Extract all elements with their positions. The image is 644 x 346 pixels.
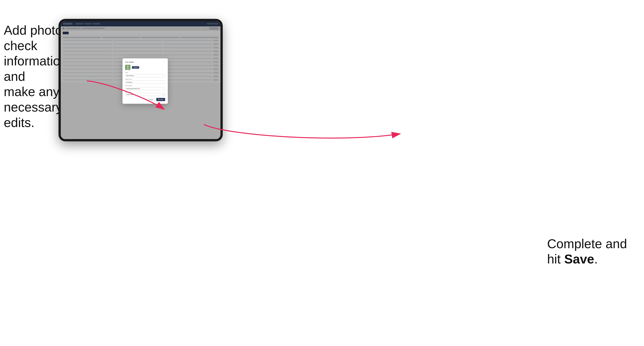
school-year-input[interactable] (125, 93, 165, 96)
school-year-field-group: School Year × ▲▼ (125, 91, 165, 96)
email-field-group: Email address (125, 85, 165, 90)
display-name-field-group: Display name (125, 78, 165, 84)
name-input[interactable] (125, 74, 165, 77)
display-name-label: Display name (125, 78, 165, 80)
name-field-group: Name (125, 72, 165, 77)
user-details-modal: User details × Upload (122, 58, 168, 104)
tablet-device: User details × Upload (58, 19, 223, 141)
modal-close-button[interactable]: × (163, 61, 165, 63)
school-year-wrapper: × ▲▼ (125, 93, 165, 96)
email-label: Email address (125, 85, 165, 86)
svg-point-2 (126, 68, 129, 70)
clear-icon[interactable]: × (162, 94, 163, 95)
input-controls: × ▲▼ (162, 94, 165, 95)
modal-title-bar: User details × (125, 61, 165, 63)
photo-upload-row: Upload (125, 65, 165, 70)
display-name-input[interactable] (125, 81, 165, 84)
right-annotation: Complete and hit Save. (547, 236, 627, 267)
svg-point-1 (127, 66, 129, 68)
modal-footer: Cancel Save (125, 98, 165, 101)
upload-photo-button[interactable]: Upload (132, 66, 139, 69)
photo-thumbnail (125, 65, 130, 70)
avatar-image (125, 65, 130, 70)
cancel-button[interactable]: Cancel (147, 98, 155, 101)
name-label: Name (125, 72, 165, 73)
modal-title: User details (125, 61, 134, 63)
spinner-arrows[interactable]: ▲▼ (163, 94, 165, 95)
school-year-label: School Year (125, 91, 165, 93)
tablet-screen: User details × Upload (61, 21, 220, 139)
email-input[interactable] (125, 87, 165, 90)
save-button[interactable]: Save (156, 98, 165, 101)
save-icon (158, 99, 160, 100)
photo-preview (125, 65, 130, 70)
